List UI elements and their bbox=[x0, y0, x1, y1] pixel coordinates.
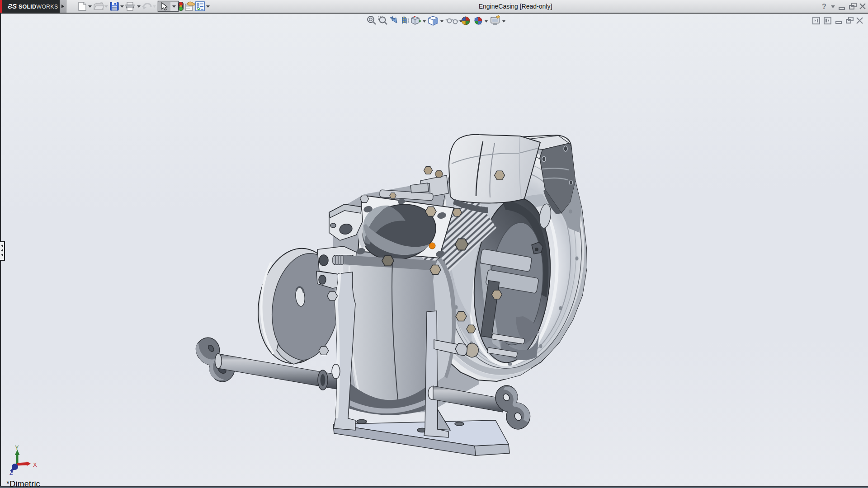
svg-text:?: ? bbox=[822, 3, 826, 10]
svg-text:Y: Y bbox=[15, 444, 19, 451]
svg-text:Z: Z bbox=[9, 470, 13, 476]
svg-text:X: X bbox=[33, 461, 37, 468]
